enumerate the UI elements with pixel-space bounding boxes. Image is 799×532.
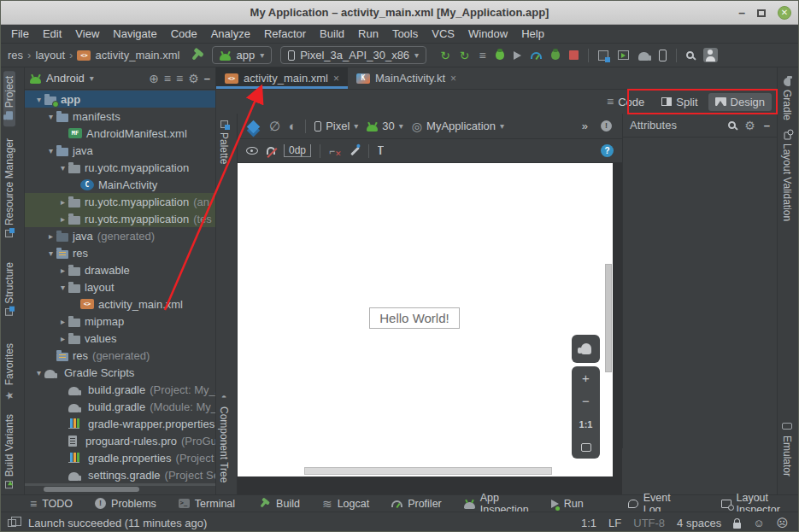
project-view-selector[interactable]: Android (46, 72, 85, 85)
menu-build[interactable]: Build (313, 27, 351, 40)
tree-item-gradle-properties[interactable]: gradle.properties (Project Pr (25, 449, 215, 466)
search-everywhere-icon[interactable] (686, 51, 694, 59)
view-options-icon[interactable] (246, 147, 258, 155)
palette-tab[interactable]: Palette (218, 115, 230, 169)
tree-item-res[interactable]: ▾ res (25, 244, 215, 261)
tree-item-gradle-wrapper-properties[interactable]: gradle-wrapper.properties (G (25, 415, 215, 432)
issues-icon[interactable] (601, 120, 612, 132)
apply-code-changes-icon[interactable]: ↻ (460, 50, 470, 61)
menu-file[interactable]: File (4, 27, 36, 40)
mode-button-split[interactable]: Split (655, 93, 704, 111)
sad-face-icon[interactable]: ☹ (776, 517, 788, 529)
orientation-icon[interactable]: ∅ (269, 120, 280, 132)
menu-vcs[interactable]: VCS (425, 27, 461, 40)
chevron-right-icon[interactable]: ▸ (57, 317, 68, 326)
zoom-actual-size-button[interactable]: 1:1 (572, 412, 600, 436)
stop-icon[interactable] (569, 50, 579, 60)
tree-item-package-test[interactable]: ▸ ru.yotc.myapplication (tes (25, 210, 215, 227)
close-tab-icon[interactable]: × (333, 73, 339, 85)
chevron-right-icon[interactable]: ▸ (57, 214, 68, 224)
sidebar-tab-favorites[interactable]: ★ Favorites (3, 338, 15, 406)
theme-selector[interactable]: ◎ MyApplication ▾ (412, 120, 504, 132)
pack-align-icon[interactable]: I (378, 146, 384, 156)
device-for-preview-selector[interactable]: Pixel ▾ (314, 120, 358, 132)
settings-icon[interactable]: ⚙ (188, 73, 199, 85)
tree-item-layout[interactable]: ▾ layout (25, 278, 215, 295)
locate-file-icon[interactable]: ⊕ (149, 73, 159, 85)
toolwindow-run[interactable]: Run (551, 498, 584, 510)
sidebar-tab-layout-validation[interactable]: Layout Validation (781, 127, 793, 226)
toolwindow-logcat[interactable]: ≋ Logcat (322, 498, 369, 510)
breadcrumb-res[interactable]: res (8, 49, 23, 61)
attach-debugger-icon[interactable] (551, 50, 560, 60)
sdk-manager-icon[interactable] (659, 50, 667, 61)
tree-item-java[interactable]: ▾ java (25, 142, 215, 159)
run-configurations-list-icon[interactable]: ≡ (479, 50, 486, 61)
expand-all-icon[interactable]: ≡ (164, 73, 171, 85)
chevron-down-icon[interactable]: ▾ (45, 112, 56, 121)
tree-item-androidmanifest[interactable]: AndroidManifest.xml (25, 125, 215, 142)
menu-run[interactable]: Run (351, 27, 385, 40)
zoom-out-button[interactable]: − (572, 389, 600, 412)
tree-item-proguard-rules[interactable]: proguard-rules.pro (ProGuar (25, 432, 215, 449)
restore-button[interactable] (757, 9, 766, 17)
hello-world-textview[interactable]: Hello World! (369, 307, 460, 329)
night-mode-icon[interactable]: ◐ (289, 120, 297, 132)
chevron-down-icon[interactable]: ▾ (57, 283, 68, 292)
infer-constraints-icon[interactable] (350, 146, 360, 155)
tree-item-res-generated[interactable]: res (generated) (25, 347, 215, 364)
menu-tools[interactable]: Tools (385, 27, 425, 40)
chevron-right-icon[interactable]: ▸ (45, 231, 56, 241)
sidebar-tab-resource-manager[interactable]: Resource Manager (3, 133, 15, 243)
happy-face-icon[interactable]: ☺ (753, 517, 764, 529)
search-icon[interactable] (728, 121, 736, 129)
tree-item-local-properties[interactable]: local.properties (SDK Locati (25, 483, 215, 486)
menu-view[interactable]: View (68, 27, 106, 40)
tree-item-activity-main-xml[interactable]: activity_main.xml (25, 295, 215, 313)
collapse-all-icon[interactable]: ≡ (176, 73, 183, 85)
tree-item-settings-gradle[interactable]: settings.gradle (Project Setti (25, 466, 215, 483)
tree-item-build-gradle-module[interactable]: build.gradle (Module: My_Ap (25, 398, 215, 415)
mode-button-code[interactable]: ≡ Code (600, 93, 651, 111)
toolwindow-profiler[interactable]: Profiler (391, 498, 442, 510)
lock-icon[interactable] (733, 523, 741, 529)
component-tree-tab[interactable]: ◐ Component Tree (218, 387, 230, 488)
hide-panel-icon[interactable]: – (204, 72, 210, 85)
tree-item-java-generated[interactable]: ▸ java (generated) (25, 227, 215, 244)
chevron-down-icon[interactable]: ▾ (45, 146, 56, 155)
sidebar-tab-build-variants[interactable]: Build Variants (3, 409, 15, 494)
gradle-sync-icon[interactable] (638, 52, 649, 61)
tree-item-package-androidtest[interactable]: ▸ ru.yotc.myapplication (an (25, 193, 215, 210)
device-preview-canvas[interactable]: Hello World! (238, 163, 613, 476)
autoconnect-off-icon[interactable] (267, 147, 275, 155)
minimize-button[interactable]: – (738, 9, 745, 17)
line-separator[interactable]: LF (608, 517, 621, 529)
toolwindow-todo[interactable]: ≡ TODO (30, 498, 73, 510)
chevron-down-icon[interactable]: ▾ (33, 368, 44, 377)
toolwindow-problems[interactable]: Problems (95, 498, 156, 510)
api-version-selector[interactable]: 30 ▾ (367, 120, 403, 132)
debug-icon[interactable] (496, 50, 504, 60)
device-selector[interactable]: Pixel_3a_API_30_x86 ▾ (280, 46, 426, 64)
canvas-horizontal-scrollbar[interactable] (304, 467, 552, 475)
profile-avatar[interactable] (703, 48, 718, 62)
cursor-position[interactable]: 1:1 (581, 517, 596, 529)
attach-profiler-icon[interactable] (514, 51, 521, 60)
chevron-down-icon[interactable]: ▾ (45, 248, 56, 258)
pan-button[interactable] (572, 335, 600, 363)
tree-item-mipmap[interactable]: ▸ mipmap (25, 313, 215, 330)
close-button[interactable]: ✕ (778, 6, 791, 20)
sidebar-tab-emulator[interactable]: Emulator (781, 416, 793, 482)
tree-item-app[interactable]: ▾ app (25, 91, 215, 108)
breadcrumb-activity-main[interactable]: activity_main.xml (95, 49, 179, 61)
menu-analyze[interactable]: Analyze (204, 27, 257, 40)
tree-item-drawable[interactable]: ▸ drawable (25, 261, 215, 278)
tree-item-package[interactable]: ▾ ru.yotc.myapplication (25, 159, 215, 176)
gear-icon[interactable]: ⚙ (744, 120, 755, 132)
menu-edit[interactable]: Edit (36, 27, 68, 40)
default-margin-control[interactable]: 0dp (284, 144, 311, 157)
design-surface-selector-icon[interactable] (247, 120, 261, 134)
hide-panel-icon[interactable]: – (764, 119, 770, 132)
close-tab-icon[interactable]: × (450, 73, 456, 85)
chevron-right-icon[interactable]: ▸ (57, 197, 68, 207)
